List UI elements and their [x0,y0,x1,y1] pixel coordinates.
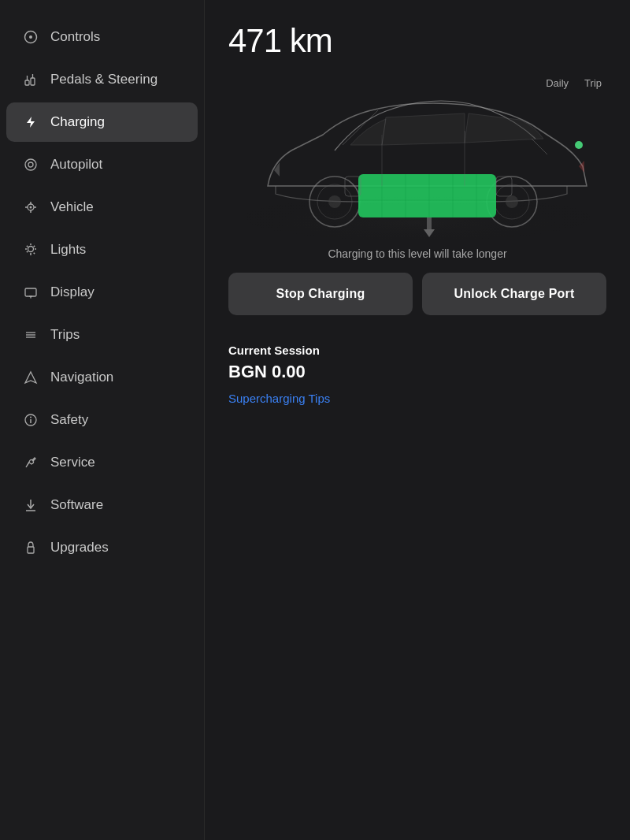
action-buttons: Stop Charging Unlock Charge Port [205,260,630,328]
display-icon [22,284,39,301]
svg-point-42 [328,195,341,208]
sidebar-item-label-navigation: Navigation [50,370,113,385]
svg-point-7 [25,159,36,170]
sidebar-item-trips[interactable]: Trips [6,315,198,355]
sidebar-item-charging[interactable]: Charging [6,102,198,142]
sidebar-item-software[interactable]: Software [6,485,198,525]
svg-point-45 [506,195,518,208]
svg-point-14 [30,206,32,209]
sidebar: ControlsPedals & SteeringChargingAutopil… [0,0,205,840]
svg-rect-24 [25,288,36,296]
range-header: 471 km [205,0,630,68]
vehicle-icon [22,199,39,216]
svg-rect-36 [28,547,34,553]
sidebar-item-label-service: Service [50,455,95,470]
sidebar-item-label-display: Display [50,284,94,300]
sidebar-item-autopilot[interactable]: Autopilot [6,145,198,184]
sidebar-item-controls[interactable]: Controls [6,17,198,57]
stop-charging-button[interactable]: Stop Charging [228,273,413,315]
navigation-icon [22,369,39,386]
svg-point-1 [29,35,32,39]
range-value: 471 km [228,22,606,60]
sidebar-item-pedals[interactable]: Pedals & Steering [6,60,198,99]
svg-rect-46 [358,174,496,217]
charging-notice: Charging to this level will take longer [205,247,630,260]
upgrades-icon [22,539,39,556]
sidebar-item-service[interactable]: Service [6,443,198,482]
autopilot-icon [22,156,39,173]
sidebar-item-label-trips: Trips [50,327,80,343]
sidebar-item-lights[interactable]: Lights [6,230,198,269]
svg-marker-6 [27,117,35,128]
svg-line-39 [532,139,547,154]
svg-line-20 [27,246,28,247]
svg-point-59 [575,141,583,149]
trips-icon [22,326,39,344]
service-icon [22,454,39,471]
sidebar-item-label-safety: Safety [50,412,88,428]
sidebar-item-vehicle[interactable]: Vehicle [6,188,198,227]
svg-rect-2 [25,80,29,85]
main-content: 471 km Daily Trip [205,0,630,840]
sidebar-item-label-controls: Controls [50,29,100,45]
svg-rect-3 [31,78,35,85]
session-section: Current Session BGN 0.00 Supercharging T… [205,328,630,422]
svg-marker-30 [25,372,36,383]
lights-icon [22,241,39,258]
sidebar-item-label-upgrades: Upgrades [50,540,109,556]
sidebar-item-label-autopilot: Autopilot [50,157,102,173]
sidebar-item-upgrades[interactable]: Upgrades [6,528,198,567]
svg-line-23 [34,246,35,247]
unlock-charge-port-button[interactable]: Unlock Charge Port [422,273,606,315]
tab-daily[interactable]: Daily [541,76,573,91]
supercharging-tips-link[interactable]: Supercharging Tips [228,392,330,405]
sidebar-item-label-pedals: Pedals & Steering [50,72,158,87]
svg-point-8 [28,162,33,167]
svg-line-22 [27,251,28,252]
tab-trip[interactable]: Trip [580,76,606,91]
sidebar-item-label-charging: Charging [50,114,105,130]
app-container: ControlsPedals & SteeringChargingAutopil… [0,0,630,840]
session-value: BGN 0.00 [228,362,606,382]
safety-icon [22,411,39,429]
software-icon [22,496,39,514]
controls-icon [22,28,39,46]
svg-point-15 [28,247,34,252]
sidebar-item-label-software: Software [50,497,103,513]
charging-icon [22,113,39,131]
car-illustration: Daily Trip [205,60,630,241]
sidebar-item-safety[interactable]: Safety [6,400,198,440]
sidebar-item-display[interactable]: Display [6,273,198,312]
session-label: Current Session [228,344,606,357]
pedals-icon [22,71,39,88]
svg-line-21 [34,253,35,254]
sidebar-item-navigation[interactable]: Navigation [6,358,198,397]
sidebar-item-label-vehicle: Vehicle [50,199,94,215]
sidebar-item-label-lights: Lights [50,242,86,258]
battery-tabs: Daily Trip [541,76,606,91]
svg-point-33 [30,417,32,418]
